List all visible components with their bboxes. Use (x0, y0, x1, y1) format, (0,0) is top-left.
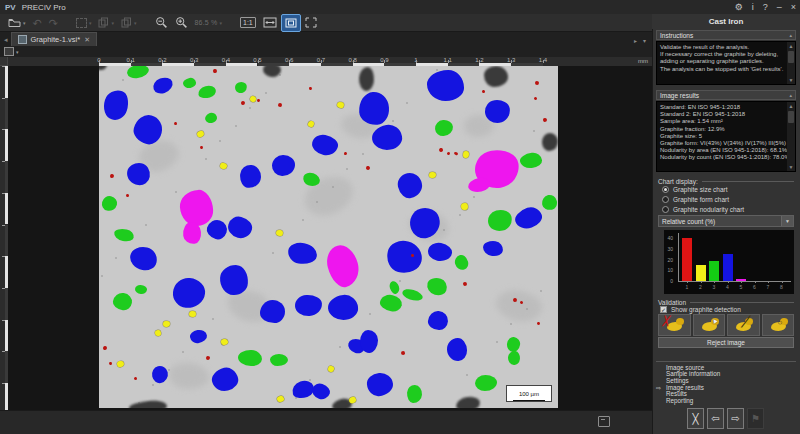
scroll-down-icon[interactable]: ▼ (787, 76, 795, 84)
graphite-particle[interactable] (358, 90, 390, 125)
graphite-particle[interactable] (150, 364, 169, 384)
graphite-particle[interactable] (116, 360, 124, 368)
graphite-particle[interactable] (260, 300, 285, 323)
back-button[interactable]: ⇦ (707, 408, 724, 429)
collapse-icon[interactable]: ▴ (789, 32, 792, 38)
cast-iron-micrograph[interactable]: 100 µm (99, 66, 558, 408)
graphite-particle[interactable] (327, 365, 334, 372)
redo-button[interactable]: ↷ (46, 15, 61, 31)
graphite-particle[interactable] (113, 227, 135, 243)
settings-icon[interactable]: ⚙ (735, 0, 743, 14)
layers-dropdown-icon[interactable]: ▾ (16, 49, 19, 55)
graphite-particle[interactable] (239, 164, 262, 189)
graphite-particle[interactable] (434, 119, 453, 136)
radio-icon[interactable] (662, 186, 669, 193)
graphite-particle[interactable] (241, 101, 246, 106)
graphite-particle[interactable] (406, 385, 422, 404)
graphite-particle[interactable] (111, 291, 132, 310)
graphite-particle[interactable] (189, 328, 208, 343)
tab-graphite-document[interactable]: Graphite-1.vsi* ✕ (11, 32, 97, 46)
radio-icon[interactable] (662, 196, 669, 203)
graphite-particle[interactable] (294, 294, 322, 316)
graphite-particle[interactable] (127, 244, 158, 272)
graphite-particle[interactable] (427, 310, 448, 330)
graphite-particle[interactable] (486, 207, 514, 233)
graphite-particle[interactable] (100, 194, 118, 212)
graphite-particle[interactable] (126, 66, 150, 79)
fullscreen-button[interactable] (302, 15, 320, 31)
graphite-particle[interactable] (135, 284, 148, 294)
graphite-particle[interactable] (426, 69, 464, 101)
graphite-particle[interactable] (401, 351, 405, 355)
scroll-down-icon[interactable]: ▼ (787, 163, 795, 171)
radio-icon[interactable] (662, 206, 669, 213)
next-button[interactable]: ⇨ (727, 408, 744, 429)
graphite-particle[interactable] (454, 151, 459, 155)
copy-button[interactable]: ▾ (95, 15, 117, 31)
scrollbar-thumb[interactable] (788, 111, 794, 123)
graphite-particle[interactable] (173, 121, 177, 125)
layers-icon[interactable] (4, 47, 14, 56)
graphite-particle[interactable] (155, 330, 162, 337)
collapse-icon[interactable]: ▴ (789, 92, 792, 98)
graphite-particle[interactable] (307, 120, 314, 127)
graphite-particle[interactable] (220, 338, 228, 345)
graphite-particle[interactable] (182, 77, 197, 89)
tab-close-icon[interactable]: ✕ (84, 36, 90, 44)
graphite-particle[interactable] (425, 275, 449, 297)
reject-image-button[interactable]: Reject image (658, 337, 794, 348)
graphite-particle[interactable] (540, 193, 557, 210)
fit-to-window-button[interactable] (281, 14, 301, 32)
instructions-scrollbar[interactable]: ▲ ▼ (787, 42, 795, 84)
graphite-particle[interactable] (512, 204, 544, 232)
graphite-particle[interactable] (507, 350, 520, 365)
graphite-particle[interactable] (199, 145, 203, 149)
add-graphite-button[interactable]: ▲ (693, 314, 726, 336)
graphite-particle[interactable] (278, 103, 282, 107)
graphite-particle[interactable] (446, 151, 450, 155)
graphite-particle[interactable] (151, 75, 175, 96)
graphite-particle[interactable] (533, 96, 536, 99)
graphite-particle[interactable] (543, 118, 547, 122)
zoom-in-button[interactable] (172, 15, 191, 31)
workflow-step-reporting[interactable]: Reporting (656, 397, 796, 404)
graphite-particle[interactable] (327, 293, 359, 321)
graphite-particle[interactable] (519, 151, 543, 169)
graphite-particle[interactable] (395, 170, 424, 200)
graphite-particle[interactable] (308, 86, 312, 90)
graphite-particle[interactable] (103, 346, 108, 351)
graphite-particle[interactable] (249, 95, 256, 102)
graphite-particle[interactable] (323, 242, 363, 290)
close-icon[interactable]: × (791, 0, 796, 14)
undo-button[interactable]: ↶ (30, 15, 45, 31)
graphite-particle[interactable] (463, 150, 470, 158)
radio-graphite-form-chart[interactable]: Graphite form chart (662, 195, 794, 204)
chart-metric-select[interactable]: Relative count (%) ▼ (658, 215, 794, 227)
minimize-icon[interactable]: – (777, 0, 782, 14)
graphite-particle[interactable] (535, 81, 539, 85)
instructions-header[interactable]: Instructions ▴ (656, 30, 796, 40)
duplicate-button[interactable]: ▾ (118, 15, 140, 31)
zoom-level-select[interactable]: 86.5 %▾ (192, 15, 226, 31)
graphite-particle[interactable] (204, 111, 219, 125)
graphite-particle[interactable] (188, 311, 195, 317)
graphite-particle[interactable] (256, 98, 259, 101)
scroll-up-icon[interactable]: ▲ (787, 42, 795, 50)
graphite-particle[interactable] (219, 162, 227, 169)
scroll-up-icon[interactable]: ▲ (787, 102, 795, 110)
graphite-particle[interactable] (439, 148, 444, 153)
graphite-particle[interactable] (383, 237, 424, 276)
graphite-particle[interactable] (110, 174, 115, 179)
graphite-particle[interactable] (226, 214, 255, 240)
open-button[interactable]: ▾ (5, 15, 29, 31)
info-icon[interactable]: i (752, 0, 754, 14)
graphite-particle[interactable] (100, 87, 132, 123)
checkbox-checked-icon[interactable]: ✓ (660, 306, 667, 313)
graphite-particle[interactable] (276, 395, 284, 403)
graphite-particle[interactable] (310, 381, 332, 401)
merge-graphite-button[interactable]: ○ (762, 314, 795, 336)
graphite-particle[interactable] (428, 172, 435, 178)
graphite-particle[interactable] (482, 239, 504, 256)
graphite-particle[interactable] (275, 229, 283, 236)
graphite-particle[interactable] (460, 202, 467, 209)
